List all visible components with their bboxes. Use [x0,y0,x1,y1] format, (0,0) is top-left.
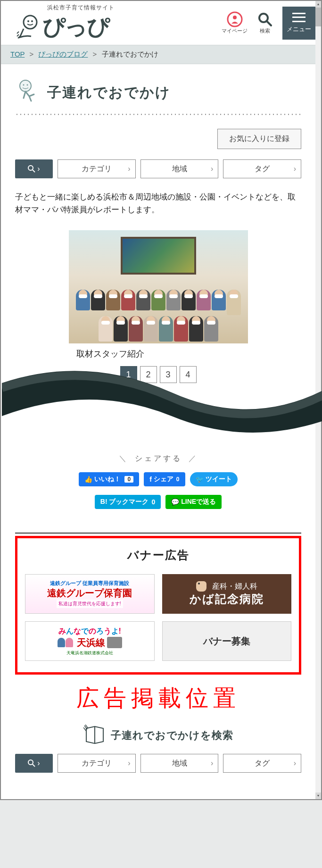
banner-text: 天竜浜名湖鉄道株式会社 [66,650,113,656]
intro-text: 子どもと一緒に楽しめる浜松市＆周辺地域の施設・公園・イベントなどを、取材ママ・パ… [15,191,301,216]
banner-tenhama[interactable]: みんなでのろうよ! 天浜線 天竜浜名湖鉄道株式会社 [25,621,155,661]
svg-point-13 [28,760,33,765]
fb-share-label: シェア [154,475,173,484]
chevron-right-icon: › [211,759,213,768]
search-icon [257,11,273,27]
hatena-bookmark-button[interactable]: B! ブックマーク 0 [95,495,161,509]
thumbs-up-icon: 👍 [84,476,92,483]
svg-point-1 [27,20,29,22]
magnifier-icon [28,165,35,173]
region-filter[interactable]: 地域 › [140,754,219,773]
region-label: 地域 [172,759,187,768]
chevron-right-icon: › [128,759,130,768]
svg-point-7 [20,80,31,92]
page-title: 子連れでおでかけ [47,83,171,102]
banner-text: 遠鉄グループ 従業員専用保育施設 [50,580,129,587]
svg-line-6 [267,21,271,25]
category-label: カテゴリ [82,759,112,768]
search-filter-button[interactable]: › [15,754,53,773]
banner-text: 遠鉄グループ保育園 [47,587,132,600]
hatena-label: B! ブックマーク [100,498,149,506]
facebook-share-button[interactable]: f シェア 0 [144,472,185,486]
site-header: 浜松市子育て情報サイト ぴっぴ マイページ [1,1,315,45]
staff-photo[interactable] [69,230,248,343]
menu-button[interactable]: メニュー [282,7,315,40]
twitter-icon: 🐦 [196,476,204,483]
fb-like-label: いいね！ [94,475,121,484]
breadcrumb-blog[interactable]: ぴっぴのブログ [38,50,88,58]
banner-text: 産科・婦人科 [212,582,257,592]
banner-text: 天浜線 [77,636,105,649]
twitter-tweet-button[interactable]: 🐦 ツイート [190,472,238,486]
magnifier-icon [28,760,35,767]
ad-position-label: 広告掲載位置 [1,679,315,725]
tag-filter[interactable]: タグ › [223,754,301,773]
region-label: 地域 [172,164,187,174]
svg-point-0 [24,16,37,29]
banner-text: 私達は育児世代を応援します! [57,600,123,608]
breadcrumb: TOP > ぴっぴのブログ > 子連れでおでかけ [1,45,315,64]
train-icon [107,637,122,648]
chevron-right-icon: › [294,165,296,173]
mypage-button[interactable]: マイページ [222,7,248,40]
banner-entetsu[interactable]: 遠鉄グループ 従業員専用保育施設 遠鉄グループ保育園 私達は育児世代を応援します… [25,574,155,614]
mypage-icon [227,11,243,27]
logo-text: ぴっぴ [42,12,109,42]
scroll-down-icon[interactable]: ▾ [315,793,321,799]
breadcrumb-current: 子連れでおでかけ [102,50,158,58]
tag-filter[interactable]: タグ › [223,159,301,178]
banner-title: バナー広告 [25,548,291,563]
chevron-right-icon: › [128,165,130,173]
hamburger-icon [292,13,305,22]
svg-point-8 [23,84,25,86]
tag-label: タグ [255,164,270,174]
svg-point-10 [28,166,33,170]
banner-kaba[interactable]: 産科・婦人科 かば記念病院 [162,574,292,614]
site-subtitle: 浜松市子育て情報サイト [47,4,115,12]
search-section-title: 子連れでおでかけを検索 [111,728,233,743]
banner-recruit[interactable]: バナー募集 [162,621,292,661]
scroll-thumb[interactable] [315,8,321,26]
dotted-divider [15,113,301,116]
chevron-right-icon: › [294,759,296,768]
favorite-button[interactable]: お気に入りに登録 [217,129,301,149]
svg-point-9 [27,84,28,86]
people-icon [58,638,73,647]
chevron-right-icon: › [37,759,40,768]
chevron-right-icon: > [93,50,97,58]
category-label: カテゴリ [82,164,112,174]
facebook-like-button[interactable]: 👍 いいね！ 0 [79,472,139,486]
banner-text: バナー募集 [203,635,250,648]
hatena-count: 0 [151,498,155,506]
svg-point-2 [31,20,33,22]
tweet-label: ツイート [206,475,232,484]
notebook-icon [83,725,106,746]
category-filter[interactable]: カテゴリ › [58,159,136,178]
category-filter[interactable]: カテゴリ › [58,754,136,773]
svg-point-4 [233,16,237,19]
breadcrumb-top[interactable]: TOP [10,50,25,58]
share-title: ＼シェアする／ [15,454,301,464]
mypage-label: マイページ [222,27,248,34]
banner-text: みんなでのろうよ! [58,626,121,636]
fb-like-count: 0 [124,476,133,483]
search-label: 検索 [260,27,270,34]
search-filter-button[interactable]: › [15,159,53,178]
chevron-right-icon: › [37,165,40,173]
banner-ad-section: バナー広告 遠鉄グループ 従業員専用保育施設 遠鉄グループ保育園 私達は育児世代… [15,538,301,675]
svg-line-11 [33,170,35,172]
page-title-icon [15,78,41,107]
tag-label: タグ [255,759,270,768]
fb-share-count: 0 [176,476,180,483]
menu-label: メニュー [287,25,311,33]
staff-caption: 取材スタッフ紹介 [76,348,301,359]
scroll-up-icon[interactable]: ▴ [315,1,321,8]
region-filter[interactable]: 地域 › [140,159,219,178]
search-button[interactable]: 検索 [254,7,276,40]
line-label: LINEで送る [181,498,216,506]
facebook-icon: f [149,476,152,483]
line-icon: 💬 [171,498,179,506]
line-send-button[interactable]: 💬 LINEで送る [165,495,222,509]
site-logo[interactable]: ぴっぴ [14,12,115,42]
svg-line-14 [33,764,35,767]
